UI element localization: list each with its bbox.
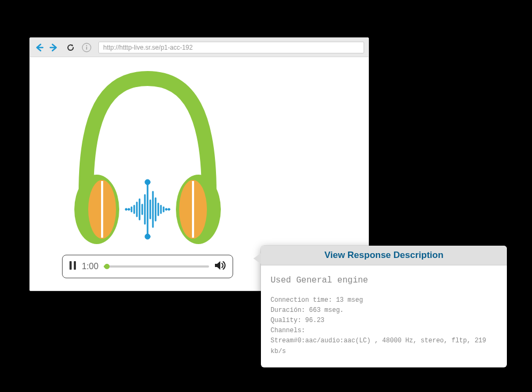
reload-button[interactable] [65, 42, 76, 53]
volume-button[interactable] [214, 260, 226, 273]
time-display: 1:00 [82, 262, 98, 271]
svg-point-10 [128, 208, 130, 210]
response-tooltip: View Response Description Used General e… [261, 246, 507, 367]
channels: Channels: [271, 326, 497, 336]
progress-fill [104, 265, 107, 268]
quality: Quality: 96.23 [271, 316, 497, 326]
svg-point-9 [125, 208, 127, 210]
svg-point-19 [145, 234, 150, 239]
svg-point-1 [86, 45, 87, 46]
engine-line: Used General engine [271, 274, 497, 288]
svg-point-27 [168, 208, 170, 210]
headphones-image [62, 68, 233, 244]
svg-point-26 [165, 208, 167, 210]
audio-player: 1:00 [62, 255, 233, 278]
svg-rect-2 [86, 46, 87, 49]
back-button[interactable] [34, 42, 45, 53]
forward-button[interactable] [48, 42, 59, 53]
tooltip-body: Used General engine Connection time: 13 … [261, 265, 507, 367]
progress-bar[interactable] [104, 265, 209, 268]
svg-rect-8 [192, 181, 194, 238]
tooltip-arrow-icon [253, 253, 261, 264]
connection-time: Connection time: 13 mseg [271, 295, 497, 305]
browser-toolbar: http://htttp-live.sr.se/p1-acc-192 [30, 38, 368, 57]
info-icon [81, 42, 92, 53]
url-bar[interactable]: http://htttp-live.sr.se/p1-acc-192 [98, 42, 364, 53]
pause-button[interactable] [69, 261, 76, 272]
tooltip-header: View Response Description [261, 246, 507, 265]
svg-rect-28 [70, 261, 72, 270]
stream: Stream#0:aac/audio:aac(LC) , 48000 Hz, s… [271, 336, 497, 356]
svg-rect-5 [101, 181, 103, 238]
svg-rect-29 [74, 261, 76, 270]
duracion: Duración: 663 mseg. [271, 305, 497, 316]
url-text: http://htttp-live.sr.se/p1-acc-192 [103, 44, 192, 51]
svg-point-18 [145, 179, 150, 185]
